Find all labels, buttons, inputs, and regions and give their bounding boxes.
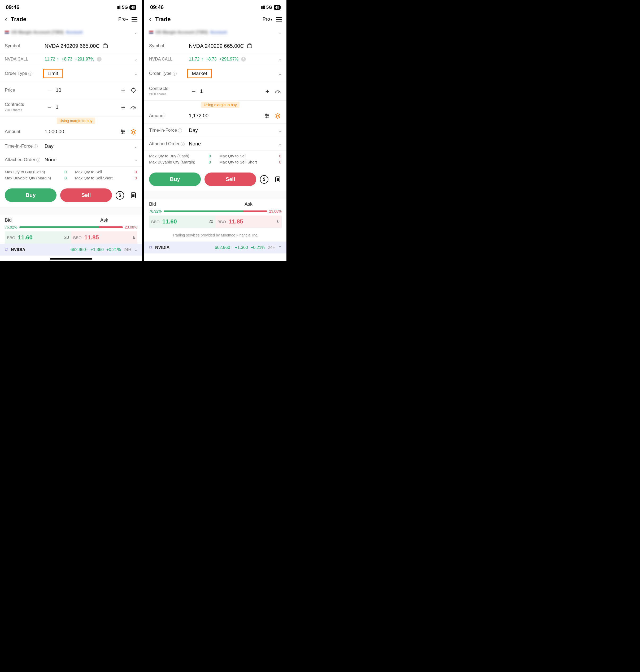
quote-change: +8.73 [206, 57, 216, 61]
sell-button[interactable]: Sell [60, 188, 112, 202]
symbol-label: Symbol [149, 43, 189, 48]
sliders-icon[interactable] [119, 128, 127, 135]
order-type-value: Limit [47, 71, 58, 76]
max-buy-cash-value: 0 [206, 154, 212, 158]
minus-button[interactable]: − [189, 87, 199, 96]
back-icon[interactable]: ‹ [149, 15, 151, 23]
quote-price: 11.72 [189, 57, 200, 61]
contracts-input[interactable]: 1 [199, 88, 263, 94]
sliders-icon[interactable] [263, 112, 271, 120]
amount-value: 1,172.00 [189, 113, 260, 119]
bbo-ask[interactable]: BBO 11.85 6 [215, 215, 282, 228]
svg-point-4 [122, 133, 123, 134]
info-icon[interactable]: i [37, 158, 40, 162]
bbo-ask[interactable]: BBO 11.85 6 [71, 231, 137, 244]
info-icon[interactable]: i [178, 128, 182, 132]
back-icon[interactable]: ‹ [5, 15, 7, 23]
mode-toggle[interactable]: Pro [118, 16, 128, 22]
chevron-down-icon: ⌄ [278, 57, 282, 61]
bbo-bid[interactable]: BBO 11.60 20 [149, 215, 215, 228]
symbol-row[interactable]: Symbol NVDA 240209 665.00C [0, 38, 142, 54]
buy-button[interactable]: Buy [5, 188, 57, 202]
ticker-pct: +0.21% [251, 245, 265, 250]
up-arrow-icon: ↑ [86, 247, 88, 252]
gauge-icon[interactable] [274, 87, 282, 95]
bbo-bid[interactable]: BBO 11.60 20 [5, 231, 71, 244]
action-buttons: Buy Sell $ [0, 185, 142, 207]
order-type-row[interactable]: Order Typei Limit ⌄ [0, 65, 142, 82]
info-icon[interactable]: i [28, 72, 32, 76]
chevron-down-icon: ⌄ [278, 71, 282, 76]
account-selector[interactable]: US Margin Account (7393) Account ⌄ [0, 27, 142, 38]
link-icon: ⧉ [5, 247, 8, 253]
menu-icon[interactable] [276, 17, 282, 22]
contracts-row: Contractsx100 shares − 1 + [144, 82, 287, 101]
info-icon[interactable]: i [173, 72, 177, 76]
layers-icon[interactable] [129, 128, 137, 135]
quote-row[interactable]: NVDA CALL 11.72 ↑ +8.73 +291.97% ⌄ [144, 54, 287, 65]
info-icon[interactable]: i [34, 144, 38, 148]
plus-button[interactable]: + [263, 87, 272, 96]
buy-button[interactable]: Buy [149, 172, 201, 186]
gauge-icon[interactable] [129, 103, 137, 111]
bid-price: 11.60 [18, 234, 64, 241]
ticker-price: 662.960 [71, 247, 86, 252]
account-tag: Account [208, 30, 227, 35]
info-icon[interactable]: i [180, 142, 185, 146]
up-arrow-icon: ↑ [201, 57, 203, 61]
currency-icon[interactable]: $ [260, 175, 268, 184]
attached-order-row[interactable]: Attached Orderi None ⌄ [0, 153, 142, 167]
quote-pct: +291.97% [219, 57, 239, 61]
ask-label: Ask [215, 201, 282, 207]
mode-toggle[interactable]: Pro [263, 16, 272, 22]
tif-row[interactable]: Time-in-Forcei Day ⌄ [144, 124, 287, 137]
chevron-up-icon[interactable]: ⌃ [278, 245, 282, 250]
briefcase-icon[interactable] [101, 42, 109, 50]
minus-button[interactable]: − [45, 103, 54, 112]
clipboard-icon[interactable] [274, 175, 282, 183]
target-icon[interactable] [129, 86, 137, 94]
max-buy-margin-label: Max Buyable Qty (Margin) [149, 160, 195, 164]
chevron-down-icon: ⌄ [278, 141, 282, 146]
currency-icon[interactable]: $ [116, 191, 124, 200]
attached-order-row[interactable]: Attached Orderi None ⌄ [144, 137, 287, 151]
layers-icon[interactable] [274, 112, 282, 120]
bid-ask-ratio: 76.92% 23.08% [144, 208, 287, 215]
symbol-value: NVDA 240209 665.00C [189, 43, 244, 49]
ask-qty: 6 [277, 219, 279, 224]
clipboard-icon[interactable] [129, 191, 137, 199]
briefcase-icon[interactable] [246, 42, 253, 50]
svg-rect-6 [247, 45, 252, 48]
phone-left: 09:46 ıııl! 5G 49 ‹ Trade Pro US Margin … [0, 0, 142, 261]
svg-point-3 [123, 131, 125, 132]
plus-button[interactable]: + [118, 86, 128, 94]
quote-row[interactable]: NVDA CALL 11.72 ↑ +8.73 +291.97% ⌄ [0, 54, 142, 65]
sell-button[interactable]: Sell [204, 172, 256, 186]
symbol-row[interactable]: Symbol NVDA 240209 665.00C [144, 38, 287, 54]
ask-price: 11.85 [84, 234, 133, 241]
plus-button[interactable]: + [118, 103, 128, 112]
contracts-input[interactable]: 1 [54, 104, 118, 110]
bid-qty: 20 [208, 219, 213, 224]
bbo-row: BBO 11.60 20 BBO 11.85 6 [0, 231, 142, 244]
chevron-down-icon[interactable]: ⌄ [134, 247, 137, 252]
max-sell-value: 0 [132, 170, 137, 174]
order-type-highlight: Market [187, 69, 212, 78]
max-sell-short-value: 0 [132, 176, 137, 180]
ask-qty: 6 [133, 235, 135, 240]
tif-row[interactable]: Time-in-Forcei Day ⌄ [0, 140, 142, 153]
menu-icon[interactable] [132, 17, 137, 22]
ticker-bar[interactable]: ⧉ NVIDIA 662.960↑ +1.360 +0.21% 24H ⌄ [0, 244, 142, 256]
bid-label: Bid [5, 217, 71, 223]
clock-time: 09:46 [6, 4, 19, 10]
ask-label: Ask [71, 217, 137, 223]
network-label: 5G [122, 5, 128, 10]
price-input[interactable]: 10 [54, 87, 118, 93]
minus-button[interactable]: − [45, 86, 54, 94]
svg-point-7 [266, 114, 267, 115]
svg-point-8 [267, 115, 269, 116]
ticker-bar[interactable]: ⧉ NVIDIA 662.960↑ +1.360 +0.21% 24H ⌃ [144, 242, 287, 254]
account-selector[interactable]: US Margin Account (7393) Account ⌄ [144, 27, 287, 38]
order-type-row[interactable]: Order Typei Market ⌄ [144, 65, 287, 82]
tif-label: Time-in-Forcei [149, 128, 189, 133]
